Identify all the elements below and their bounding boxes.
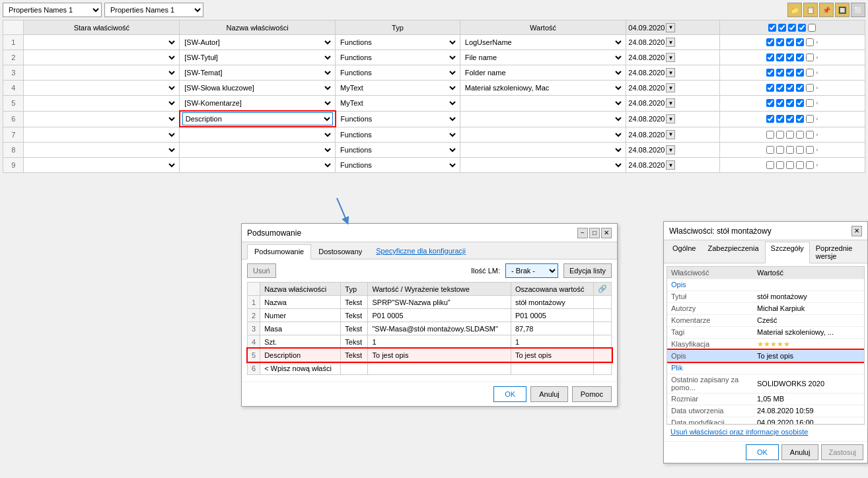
grid-arrow-2[interactable]: ‹ — [816, 69, 818, 76]
grid-select-value-4[interactable] — [462, 96, 624, 110]
grid-cell-type-8[interactable]: Functions — [336, 158, 460, 173]
grid-cell-name-6[interactable] — [180, 127, 336, 143]
grid-cell-value-3[interactable]: Materiał szkoleniowy, Mac — [460, 81, 626, 96]
header-check-5[interactable] — [808, 24, 816, 32]
grid-arrow-5[interactable]: ‹ — [816, 116, 818, 122]
grid-cell-type-7[interactable]: Functions — [336, 143, 460, 158]
grid-cell-value-6[interactable] — [460, 127, 626, 143]
grid-cell-value-2[interactable]: Folder name — [460, 65, 626, 81]
grid-check-0-0[interactable] — [766, 38, 774, 46]
grid-arrow-8[interactable]: ‹ — [816, 162, 818, 168]
grid-cell-name-7[interactable] — [180, 143, 336, 158]
grid-check-2-2[interactable] — [786, 69, 794, 77]
grid-cell-type-5[interactable]: Functions — [336, 111, 460, 127]
grid-check-8-1[interactable] — [776, 161, 784, 169]
header-check-1[interactable] — [768, 24, 776, 32]
grid-check-6-2[interactable] — [786, 131, 794, 139]
grid-check-3-3[interactable] — [796, 84, 804, 92]
grid-arrow-3[interactable]: ‹ — [816, 85, 818, 91]
grid-select-type-8[interactable]: Functions — [338, 158, 458, 172]
date-btn-6[interactable]: ▼ — [666, 130, 675, 139]
grid-check-6-4[interactable] — [806, 131, 814, 139]
header-check-4[interactable] — [798, 24, 806, 32]
grid-cell-value-7[interactable] — [460, 143, 626, 158]
grid-cell-value-1[interactable]: File name — [460, 50, 626, 65]
grid-cell-old-6[interactable] — [24, 127, 180, 143]
grid-cell-type-1[interactable]: Functions — [336, 50, 460, 65]
header-date-btn[interactable]: ▼ — [666, 23, 675, 32]
grid-select-value-6[interactable] — [462, 128, 624, 141]
grid-select-old-0[interactable] — [26, 36, 177, 49]
grid-select-name-8[interactable] — [182, 158, 333, 172]
grid-check-6-0[interactable] — [766, 131, 774, 139]
grid-select-old-5[interactable] — [26, 112, 176, 125]
grid-select-type-6[interactable]: Functions — [338, 128, 458, 141]
grid-check-8-0[interactable] — [766, 161, 774, 169]
grid-check-4-1[interactable] — [776, 99, 784, 107]
grid-cell-name-3[interactable]: [SW-Słowa kluczowe] — [180, 81, 336, 96]
grid-arrow-1[interactable]: ‹ — [816, 54, 818, 61]
grid-select-type-5[interactable]: Functions — [338, 112, 458, 125]
grid-arrow-4[interactable]: ‹ — [816, 100, 818, 106]
grid-select-value-5[interactable] — [462, 112, 624, 125]
grid-select-type-0[interactable]: Functions — [338, 36, 458, 49]
grid-cell-name-5[interactable]: Description — [180, 111, 336, 127]
grid-cell-name-2[interactable]: [SW-Temat] — [180, 65, 336, 81]
grid-cell-old-1[interactable] — [24, 50, 180, 65]
grid-select-name-4[interactable]: [SW-Komentarze] — [182, 96, 333, 110]
grid-select-old-6[interactable] — [26, 128, 177, 141]
grid-select-old-3[interactable] — [26, 81, 177, 94]
grid-check-5-3[interactable] — [796, 115, 804, 123]
grid-select-old-4[interactable] — [26, 96, 177, 110]
grid-select-name-5[interactable]: Description — [182, 112, 333, 125]
grid-select-name-3[interactable]: [SW-Słowa kluczowe] — [182, 81, 333, 94]
grid-check-7-2[interactable] — [786, 146, 794, 154]
grid-cell-type-0[interactable]: Functions — [336, 35, 460, 50]
grid-check-8-3[interactable] — [796, 161, 804, 169]
toolbar-icon-5[interactable]: ⬜ — [851, 3, 865, 17]
grid-select-value-3[interactable]: Materiał szkoleniowy, Mac — [462, 81, 624, 94]
grid-check-1-2[interactable] — [786, 53, 794, 61]
grid-arrow-7[interactable]: ‹ — [816, 147, 818, 153]
toolbar-icon-2[interactable]: 📋 — [803, 3, 818, 17]
grid-cell-old-5[interactable] — [24, 111, 180, 127]
grid-check-8-4[interactable] — [806, 161, 814, 169]
grid-select-type-7[interactable]: Functions — [338, 143, 458, 156]
grid-arrow-6[interactable]: ‹ — [816, 131, 818, 138]
grid-check-2-3[interactable] — [796, 69, 804, 77]
grid-cell-old-4[interactable] — [24, 96, 180, 112]
grid-check-7-3[interactable] — [796, 146, 804, 154]
grid-check-3-4[interactable] — [806, 84, 814, 92]
grid-cell-name-0[interactable]: [SW-Autor] — [180, 35, 336, 50]
grid-cell-type-6[interactable]: Functions — [336, 127, 460, 143]
grid-select-name-6[interactable] — [182, 128, 333, 141]
grid-check-1-3[interactable] — [796, 53, 804, 61]
grid-check-0-2[interactable] — [786, 38, 794, 46]
grid-check-7-1[interactable] — [776, 146, 784, 154]
date-btn-0[interactable]: ▼ — [666, 38, 675, 47]
grid-cell-name-4[interactable]: [SW-Komentarze] — [180, 96, 336, 112]
grid-select-type-1[interactable]: Functions — [338, 51, 458, 64]
grid-cell-name-8[interactable] — [180, 158, 336, 173]
grid-check-7-0[interactable] — [766, 146, 774, 154]
grid-cell-value-4[interactable] — [460, 96, 626, 112]
grid-select-value-0[interactable]: LogUserName — [462, 36, 624, 49]
grid-select-value-8[interactable] — [462, 158, 624, 172]
properties-names-dropdown-1[interactable]: Properties Names 1 — [3, 3, 102, 17]
grid-select-name-2[interactable]: [SW-Temat] — [182, 66, 333, 79]
date-btn-2[interactable]: ▼ — [666, 68, 675, 77]
grid-select-old-2[interactable] — [26, 66, 177, 79]
grid-cell-type-2[interactable]: Functions — [336, 65, 460, 81]
grid-check-3-0[interactable] — [766, 84, 774, 92]
grid-check-3-1[interactable] — [776, 84, 784, 92]
grid-cell-type-4[interactable]: MyText — [336, 96, 460, 112]
grid-select-type-2[interactable]: Functions — [338, 66, 458, 79]
date-btn-3[interactable]: ▼ — [666, 83, 675, 92]
grid-check-4-2[interactable] — [786, 99, 794, 107]
grid-select-value-7[interactable] — [462, 143, 624, 156]
properties-names-dropdown-2[interactable]: Properties Names 1 — [104, 3, 203, 17]
grid-check-8-2[interactable] — [786, 161, 794, 169]
grid-check-2-0[interactable] — [766, 69, 774, 77]
grid-select-old-7[interactable] — [26, 143, 177, 156]
date-btn-7[interactable]: ▼ — [666, 145, 675, 154]
